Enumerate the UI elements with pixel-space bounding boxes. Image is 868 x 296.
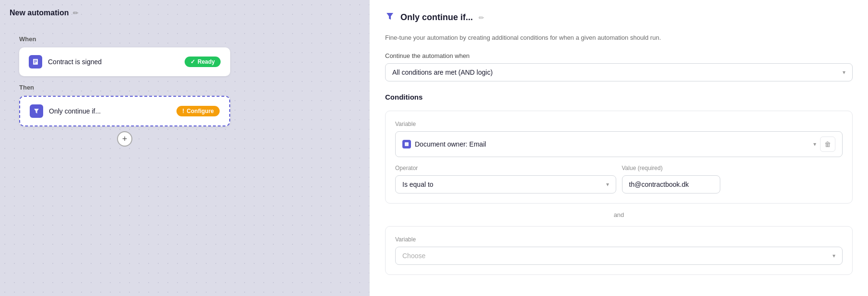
- automation-title: New automation: [10, 9, 69, 17]
- condition-1-variable-left: Document owner: Email: [402, 140, 486, 148]
- ready-badge-label: Ready: [198, 58, 215, 65]
- condition-1-variable-select[interactable]: Document owner: Email ▾ 🗑: [395, 131, 843, 157]
- continue-when-chevron-icon: ▾: [843, 69, 845, 76]
- continue-when-select[interactable]: All conditions are met (AND logic) ▾: [385, 63, 853, 81]
- edit-title-icon[interactable]: ✏: [73, 9, 79, 17]
- condition-1-operator-value-row: Operator Is equal to ▾ Value (required): [395, 165, 843, 194]
- when-label: When: [19, 35, 350, 43]
- right-panel-title: Only continue if...: [400, 12, 473, 23]
- filter-step-icon: [30, 104, 43, 118]
- condition-1-variable-label: Variable: [395, 121, 843, 127]
- svg-marker-4: [34, 109, 39, 114]
- contract-step-card[interactable]: Contract is signed ✓ Ready: [19, 47, 230, 76]
- condition-1-operator-label: Operator: [395, 165, 616, 171]
- svg-marker-5: [387, 13, 393, 20]
- contract-step-title: Contract is signed: [48, 58, 102, 66]
- right-header: Only continue if... ✏: [385, 11, 853, 23]
- left-panel: New automation ✏ When Contract is signed…: [0, 0, 369, 296]
- condition-1-variable-chevron: ▾: [813, 141, 816, 148]
- condition-1-value-label: Value (required): [622, 165, 843, 171]
- continue-when-label: Continue the automation when: [385, 52, 853, 59]
- condition-2-block: Variable Choose ▾: [385, 226, 853, 275]
- configure-warning-icon: !: [182, 108, 184, 114]
- condition-1-variable-value: Document owner: Email: [415, 140, 486, 148]
- condition-1-operator-col: Operator Is equal to ▾: [395, 165, 616, 194]
- right-description: Fine-tune your automation by creating ad…: [385, 33, 853, 43]
- add-step-button[interactable]: +: [117, 131, 132, 147]
- continue-when-value: All conditions are met (AND logic): [392, 68, 493, 76]
- contract-step-left: Contract is signed: [29, 55, 102, 68]
- then-label: Then: [19, 84, 350, 91]
- header-filter-icon: [385, 11, 395, 23]
- condition-2-variable-select[interactable]: Choose ▾: [395, 247, 843, 265]
- condition-2-chevron-icon: ▾: [833, 252, 835, 259]
- and-divider: and: [385, 211, 853, 218]
- condition-1-operator-value: Is equal to: [402, 181, 434, 188]
- condition-1-operator-select[interactable]: Is equal to ▾: [395, 175, 616, 194]
- condition-1-doc-icon: [402, 140, 411, 148]
- conditions-title: Conditions: [385, 93, 853, 101]
- left-header: New automation ✏: [0, 0, 369, 26]
- condition-1-variable-right: ▾ 🗑: [813, 137, 835, 152]
- edit-right-title-icon[interactable]: ✏: [479, 14, 484, 22]
- condition-2-variable-label: Variable: [395, 236, 843, 243]
- plus-icon: +: [122, 134, 128, 144]
- configure-badge-label: Configure: [187, 108, 214, 114]
- condition-1-value-input[interactable]: [622, 175, 720, 194]
- filter-step-title: Only continue if...: [49, 107, 101, 115]
- condition-2-placeholder: Choose: [402, 252, 425, 260]
- ready-badge: ✓ Ready: [185, 57, 221, 67]
- condition-1-value-col: Value (required): [622, 165, 843, 194]
- canvas-area: When Contract is signed ✓ Ready The: [0, 26, 369, 156]
- ready-check-icon: ✓: [190, 58, 195, 65]
- condition-1-block: Variable Document owner: Email ▾ 🗑 Opera…: [385, 111, 853, 204]
- filter-step-left: Only continue if...: [30, 104, 101, 118]
- condition-1-trash-icon: 🗑: [824, 140, 831, 148]
- condition-1-operator-chevron: ▾: [606, 181, 609, 188]
- svg-rect-6: [405, 142, 409, 146]
- contract-doc-icon: [29, 55, 42, 68]
- right-panel: Only continue if... ✏ Fine-tune your aut…: [369, 0, 868, 296]
- condition-1-delete-button[interactable]: 🗑: [820, 137, 835, 152]
- configure-badge: ! Configure: [176, 106, 220, 116]
- filter-step-card[interactable]: Only continue if... ! Configure: [19, 96, 230, 126]
